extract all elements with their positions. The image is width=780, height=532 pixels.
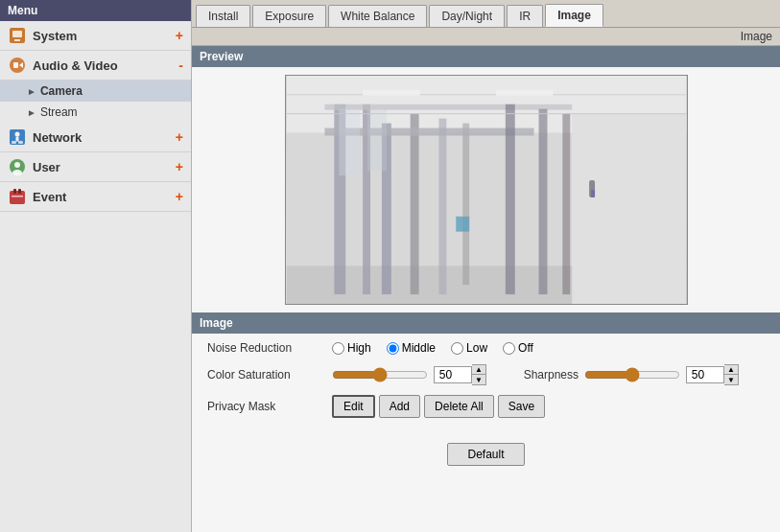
noise-off-radio[interactable] — [503, 342, 515, 355]
privacy-mask-buttons: Edit Add Delete All Save — [332, 395, 545, 418]
sidebar-item-av[interactable]: Audio & Video - — [0, 51, 191, 81]
privacy-add-button[interactable]: Add — [379, 395, 420, 418]
sidebar-item-system-expand: + — [176, 28, 183, 43]
svg-rect-34 — [367, 109, 387, 171]
preview-header: Preview — [192, 46, 780, 67]
noise-off-label: Off — [518, 341, 533, 355]
sharpness-group: ▲ ▼ — [584, 364, 739, 385]
tab-white-balance[interactable]: White Balance — [328, 5, 427, 27]
privacy-save-button[interactable]: Save — [498, 395, 545, 418]
stream-expand-icon: ► — [27, 107, 36, 118]
sidebar-item-event-label: Event — [33, 190, 176, 204]
preview-image — [285, 75, 688, 305]
sidebar-item-event[interactable]: Event + — [0, 182, 191, 212]
noise-reduction-row: Noise Reduction High Middle — [207, 341, 765, 355]
svg-rect-10 — [18, 141, 23, 144]
sidebar-item-user-expand: + — [176, 159, 183, 174]
tab-ir[interactable]: IR — [507, 5, 543, 27]
saturation-spinner: ▲ ▼ — [472, 364, 486, 385]
noise-low-radio[interactable] — [451, 342, 463, 355]
camera-preview-svg — [286, 76, 687, 304]
sidebar-item-event-expand: + — [176, 189, 183, 204]
noise-reduction-options: High Middle Low — [332, 341, 533, 355]
sharpness-number: ▲ ▼ — [686, 364, 739, 385]
tab-bar: Install Exposure White Balance Day/Night… — [192, 0, 780, 28]
av-icon — [8, 56, 27, 75]
app-container: Menu System + Audio & Video - ► Came — [0, 0, 780, 532]
sidebar-item-network-label: Network — [33, 130, 176, 145]
tab-title: Image — [192, 28, 780, 46]
svg-rect-1 — [12, 31, 22, 37]
noise-low-label: Low — [466, 341, 487, 355]
saturation-input[interactable] — [434, 366, 472, 383]
sidebar-item-network-expand: + — [176, 129, 183, 145]
sharpness-input[interactable] — [686, 366, 724, 383]
privacy-edit-button[interactable]: Edit — [332, 395, 375, 418]
svg-rect-39 — [456, 217, 469, 232]
noise-low-option[interactable]: Low — [451, 341, 487, 355]
panel: Preview — [192, 46, 780, 532]
tab-image[interactable]: Image — [545, 4, 603, 27]
user-icon — [8, 157, 27, 176]
svg-rect-8 — [16, 137, 19, 142]
sidebar-item-user[interactable]: User + — [0, 152, 191, 182]
svg-rect-37 — [363, 90, 419, 96]
noise-middle-label: Middle — [402, 341, 436, 355]
saturation-down[interactable]: ▼ — [472, 375, 485, 384]
noise-reduction-label: Noise Reduction — [207, 341, 332, 355]
privacy-mask-label: Privacy Mask — [207, 400, 332, 413]
svg-point-7 — [15, 132, 20, 137]
sidebar-item-network[interactable]: Network + — [0, 123, 191, 152]
sharpness-slider[interactable] — [584, 367, 680, 382]
svg-rect-21 — [572, 114, 686, 304]
noise-high-label: High — [347, 341, 371, 355]
svg-rect-14 — [10, 191, 25, 204]
tab-exposure[interactable]: Exposure — [252, 5, 326, 27]
svg-rect-9 — [12, 141, 16, 144]
svg-rect-31 — [538, 109, 547, 294]
default-button[interactable]: Default — [447, 443, 524, 466]
noise-high-option[interactable]: High — [332, 341, 371, 355]
preview-section — [192, 67, 780, 312]
sharpness-label: Sharpness — [502, 368, 579, 382]
noise-off-option[interactable]: Off — [503, 341, 533, 355]
svg-rect-30 — [505, 104, 514, 294]
noise-middle-radio[interactable] — [387, 342, 399, 355]
image-section: Noise Reduction High Middle — [192, 334, 780, 435]
svg-rect-16 — [18, 189, 21, 194]
sidebar-sub-item-stream[interactable]: ► Stream — [0, 102, 191, 123]
svg-point-12 — [14, 162, 20, 168]
svg-rect-33 — [339, 109, 360, 175]
sidebar-item-system[interactable]: System + — [0, 21, 191, 51]
saturation-number: ▲ ▼ — [434, 364, 486, 385]
privacy-delete-all-button[interactable]: Delete All — [424, 395, 494, 418]
saturation-slider[interactable] — [332, 367, 428, 382]
default-row: Default — [192, 435, 780, 474]
network-icon — [8, 127, 27, 147]
sidebar-header: Menu — [0, 0, 191, 21]
sharpness-up[interactable]: ▲ — [724, 365, 738, 375]
tab-day-night[interactable]: Day/Night — [429, 5, 505, 27]
sidebar: Menu System + Audio & Video - ► Came — [0, 0, 192, 532]
privacy-mask-row: Privacy Mask Edit Add Delete All Save — [207, 395, 765, 418]
svg-rect-4 — [13, 62, 18, 68]
sharpness-down[interactable]: ▼ — [724, 375, 738, 384]
sidebar-item-system-label: System — [33, 29, 176, 43]
main-content: Install Exposure White Balance Day/Night… — [192, 0, 780, 532]
sidebar-item-av-label: Audio & Video — [33, 58, 178, 73]
color-saturation-label: Color Saturation — [207, 368, 332, 382]
svg-rect-2 — [14, 39, 20, 41]
saturation-up[interactable]: ▲ — [472, 365, 485, 375]
svg-point-13 — [12, 170, 22, 175]
saturation-group: ▲ ▼ — [332, 364, 486, 385]
tab-install[interactable]: Install — [196, 5, 250, 27]
saturation-sharpness-row: Color Saturation ▲ ▼ Sharpness — [207, 364, 765, 385]
noise-middle-option[interactable]: Middle — [387, 341, 436, 355]
sidebar-item-user-label: User — [33, 160, 176, 174]
svg-rect-27 — [462, 124, 469, 286]
main-layout: Menu System + Audio & Video - ► Came — [0, 0, 780, 532]
system-icon — [8, 26, 27, 45]
noise-high-radio[interactable] — [332, 342, 344, 355]
sidebar-sub-item-camera[interactable]: ► Camera — [0, 81, 191, 102]
svg-rect-15 — [13, 189, 16, 194]
